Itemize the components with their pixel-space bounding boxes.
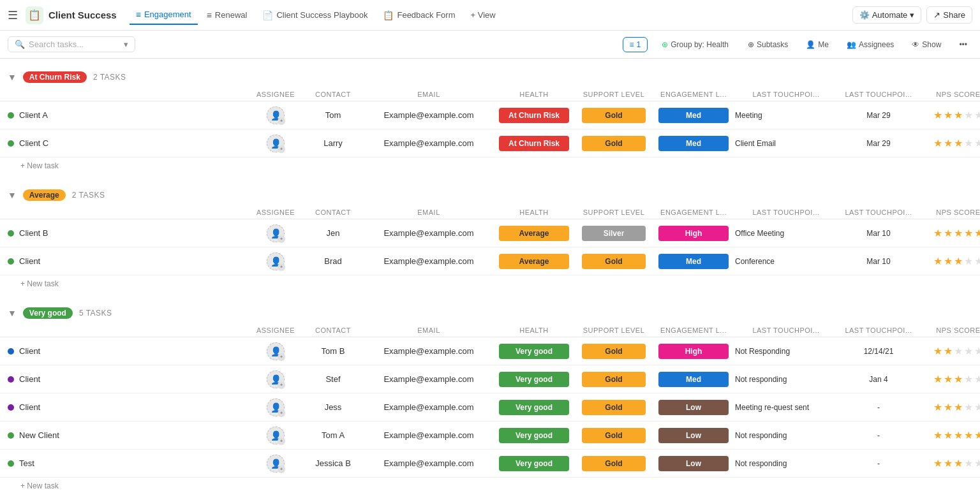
avatar: 👤+: [267, 106, 285, 124]
col-support: SUPPORT LEVEL: [575, 326, 652, 334]
col-email: EMAIL: [365, 91, 493, 98]
feedback-icon: 📋: [383, 10, 394, 20]
star-1: ★: [933, 227, 942, 239]
health-cell: At Churn Risk: [493, 108, 575, 123]
avatar: 👤+: [267, 253, 285, 270]
star-5: ★: [974, 429, 980, 441]
group-verygood: ▼ Very good 5 TASKS ASSIGNEE CONTACT EMA…: [0, 302, 980, 491]
col-nps: NPS SCORE: [920, 326, 980, 334]
nps-cell: ★ ★ ★ ★ ★: [920, 401, 980, 413]
new-task-churn[interactable]: + New task: [0, 158, 980, 174]
health-cell: Average: [493, 254, 575, 269]
hamburger-icon[interactable]: ☰: [8, 8, 18, 22]
support-cell: Gold: [575, 428, 652, 443]
table-row[interactable]: Client 👤+ Stef Example@example.com Very …: [0, 365, 980, 393]
show-button[interactable]: 👁 Show: [907, 38, 946, 52]
engagement-cell: Med: [652, 372, 735, 387]
health-cell: At Churn Risk: [493, 136, 575, 151]
health-badge: At Churn Risk: [499, 108, 569, 123]
group-by-button[interactable]: ⊕ Group by: Health: [655, 38, 735, 52]
search-box[interactable]: 🔍 Search tasks... ▾: [8, 36, 135, 52]
table-row[interactable]: Client C 👤+ Larry Example@example.com At…: [0, 129, 980, 158]
table-row[interactable]: Client A 👤+ Tom Example@example.com At C…: [0, 101, 980, 129]
main-content: ▼ At Churn Risk 2 TASKS ASSIGNEE CONTACT…: [0, 59, 980, 491]
support-badge: Gold: [582, 136, 646, 151]
date-cell: Jan 4: [837, 375, 920, 384]
automate-label: Automate: [872, 10, 908, 20]
col-touchpoint1: LAST TOUCHPOI...: [735, 326, 837, 334]
contact-cell: Tom B: [301, 346, 365, 356]
filter-count: 1: [637, 40, 641, 49]
table-row[interactable]: Client 👤+ Jess Example@example.com Very …: [0, 393, 980, 421]
group-verygood-badge: Very good: [23, 307, 73, 319]
health-cell: Very good: [493, 344, 575, 359]
engagement-cell: Low: [652, 428, 735, 443]
share-button[interactable]: ↗ Share: [926, 6, 972, 24]
star-1: ★: [933, 345, 942, 357]
nps-stars: ★ ★ ★ ★ ★: [933, 457, 980, 469]
col-engagement: ENGAGEMENT L...: [652, 209, 735, 216]
tab-feedback[interactable]: 📋 Feedback Form: [376, 6, 461, 24]
tab-engagement[interactable]: ≡ Engagement: [130, 6, 198, 25]
col-contact: CONTACT: [301, 209, 365, 216]
task-name: Client A: [8, 110, 250, 120]
contact-cell: Tom A: [301, 430, 365, 440]
more-icon: •••: [959, 40, 967, 49]
group-average-badge: Average: [23, 189, 66, 201]
star-1: ★: [933, 255, 942, 267]
tab-playbook[interactable]: 📄 Client Success Playbook: [256, 6, 374, 24]
group-churn-toggle[interactable]: ▼: [8, 72, 17, 82]
avatar-plus-icon: +: [278, 381, 285, 389]
group-average-count: 2 TASKS: [72, 191, 105, 200]
tab-view[interactable]: + View: [464, 6, 502, 24]
contact-cell: Jen: [301, 228, 365, 238]
engagement-badge: High: [658, 344, 729, 359]
automate-button[interactable]: ⚙️ Automate ▾: [852, 6, 922, 24]
more-button[interactable]: •••: [954, 38, 972, 52]
star-3: ★: [954, 401, 963, 413]
support-cell: Gold: [575, 372, 652, 387]
col-headers-verygood: ASSIGNEE CONTACT EMAIL HEALTH SUPPORT LE…: [0, 324, 980, 337]
engagement-cell: High: [652, 226, 735, 241]
star-2: ★: [944, 429, 953, 441]
avatar-plus-icon: +: [278, 409, 285, 417]
health-badge: Very good: [499, 344, 569, 359]
task-label: Client B: [19, 228, 48, 238]
avatar: 👤+: [267, 135, 285, 152]
tab-renewal[interactable]: ≡ Renewal: [200, 6, 254, 24]
star-4: ★: [964, 255, 973, 267]
group-average-toggle[interactable]: ▼: [8, 190, 17, 200]
table-row[interactable]: Test 👤+ Jessica B Example@example.com Ve…: [0, 450, 980, 478]
table-row[interactable]: Client 👤+ Tom B Example@example.com Very…: [0, 337, 980, 365]
table-row[interactable]: New Client 👤+ Tom A Example@example.com …: [0, 421, 980, 450]
task-color-dot: [8, 230, 14, 237]
share-icon: ↗: [933, 10, 940, 20]
star-3: ★: [954, 137, 963, 149]
table-row[interactable]: Client 👤+ Brad Example@example.com Avera…: [0, 247, 980, 275]
star-2: ★: [944, 255, 953, 267]
avatar-plus-icon: +: [278, 263, 285, 271]
assignee-cell: 👤+: [250, 135, 301, 152]
health-icon: ⊕: [662, 40, 668, 49]
assignees-button[interactable]: 👥 Assignees: [842, 38, 899, 52]
new-task-average[interactable]: + New task: [0, 275, 980, 292]
table-row[interactable]: Client B 👤+ Jen Example@example.com Aver…: [0, 219, 980, 247]
star-3: ★: [954, 429, 963, 441]
new-task-verygood[interactable]: + New task: [0, 478, 980, 491]
health-badge: Very good: [499, 456, 569, 471]
assignee-cell: 👤+: [250, 455, 301, 473]
filter-button[interactable]: ≡ 1: [623, 37, 648, 52]
subtasks-button[interactable]: ⊕ Subtasks: [743, 38, 793, 52]
col-assignee: ASSIGNEE: [250, 209, 301, 216]
me-button[interactable]: 👤 Me: [801, 38, 834, 52]
engagement-cell: Low: [652, 456, 735, 471]
star-1: ★: [933, 137, 942, 149]
task-label: New Client: [19, 430, 59, 440]
assignee-cell: 👤+: [250, 427, 301, 444]
col-email: EMAIL: [365, 209, 493, 216]
task-label: Client: [19, 256, 40, 266]
engagement-badge: Med: [658, 372, 729, 387]
task-name: Client: [8, 374, 250, 384]
group-verygood-toggle[interactable]: ▼: [8, 308, 17, 318]
col-support: SUPPORT LEVEL: [575, 209, 652, 216]
